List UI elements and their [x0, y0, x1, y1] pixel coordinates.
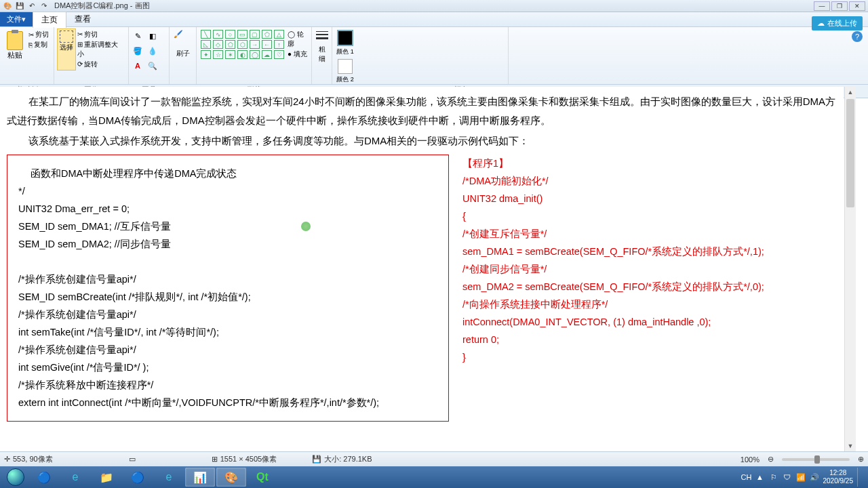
- shape-diamond[interactable]: ◇: [213, 40, 223, 49]
- paste-button[interactable]: 粘贴: [3, 28, 27, 70]
- shape-rtriangle[interactable]: ◺: [201, 40, 211, 49]
- resize-button[interactable]: ⊞ 重新调整大小: [77, 40, 124, 59]
- tray-icon-2[interactable]: ⚐: [769, 472, 778, 482]
- tray-icon-3[interactable]: 🛡: [783, 472, 792, 482]
- shape-star6[interactable]: ✶: [225, 50, 235, 59]
- color1-button[interactable]: 颜色 1: [335, 28, 355, 58]
- vertical-scrollbar[interactable]: ▲ ▼: [844, 87, 856, 451]
- task-browser[interactable]: e: [154, 468, 184, 487]
- pencil-tool[interactable]: ✎: [132, 30, 144, 42]
- zoom-in-button[interactable]: ⊕: [858, 455, 864, 464]
- color2-button[interactable]: 颜色 2: [335, 58, 355, 85]
- canvas[interactable]: 在某工厂的物流车间设计了一款智能监控系统，实现对车间24小时不间断的图像采集功能…: [0, 87, 844, 451]
- taskbar: 🔵 e 📁 🔵 e 📊 🎨 Qt CH ▲ ⚐ 🛡 📶 🔊 12:28 2020…: [0, 466, 868, 488]
- scroll-down-icon[interactable]: ▼: [845, 441, 856, 451]
- volume-icon[interactable]: 🔊: [810, 472, 819, 482]
- task-ie[interactable]: e: [60, 468, 90, 487]
- code-left: 函数和DMA中断处理程序中传递DMA完成状态 */ UNIT32 Dma_err…: [7, 155, 449, 422]
- shape-callout-o[interactable]: ◯: [250, 50, 260, 59]
- cut-button[interactable]: ✂ 剪切: [28, 30, 49, 39]
- ribbon: 粘贴 ✂ 剪切 ⎘ 复制 选择 ✂ 剪切 ⊞ 重新调整大小 ⟳ 旋转 ✎ 🪣 A…: [0, 27, 868, 85]
- app-icon: 🎨: [3, 1, 12, 11]
- picker-tool[interactable]: 💧: [146, 45, 159, 57]
- shape-pentagon[interactable]: ⬠: [225, 40, 235, 49]
- tray-icon-4[interactable]: 📶: [796, 472, 806, 482]
- fill-button[interactable]: ● 填充: [288, 49, 307, 59]
- shapes-group: ╲ ∿ ○ ▭ ▢ ⬠ △ ◺ ◇ ⬠ ⬡ → ← ↑ ✦ ☆ ✶ ◐ ◯ ☁: [197, 27, 312, 84]
- crop-button[interactable]: ✂ 剪切: [77, 30, 124, 39]
- show-desktop[interactable]: [857, 468, 863, 487]
- copy-button[interactable]: ⎘ 复制: [28, 40, 49, 49]
- windows-orb-icon: [7, 468, 24, 486]
- shape-callout-c[interactable]: ☁: [262, 50, 272, 59]
- shape-curve[interactable]: ∿: [213, 30, 223, 39]
- shape-roundrect[interactable]: ▢: [250, 30, 260, 39]
- statusbar: ✛ 553, 90像素 ▭ ⊞ 1551 × 4505像素 💾 大小: 279.…: [0, 451, 868, 466]
- file-size: 💾 大小: 279.1KB: [312, 454, 372, 464]
- help-button[interactable]: ?: [852, 31, 863, 42]
- title-text: DMA控制器C编程.png - 画图: [54, 1, 814, 11]
- zoom-level: 100%: [741, 455, 760, 464]
- text-tool[interactable]: A: [132, 60, 144, 72]
- close-button[interactable]: ✕: [849, 1, 865, 11]
- save-icon[interactable]: 💾: [15, 1, 24, 11]
- tools-group: ✎ 🪣 A ◧ 💧 🔍: [129, 27, 170, 84]
- select-icon: [60, 30, 73, 43]
- redo-icon[interactable]: ↷: [39, 1, 49, 11]
- scroll-thumb[interactable]: [846, 99, 854, 207]
- fill-tool[interactable]: 🪣: [132, 45, 144, 57]
- brush-group: 🖌️ 刷子: [170, 27, 197, 84]
- menubar: 文件 ▾ 主页 查看: [0, 12, 868, 27]
- clock[interactable]: 12:28 2020/9/25: [823, 469, 854, 485]
- shape-arrow-l[interactable]: ←: [262, 40, 272, 49]
- task-qt[interactable]: Qt: [248, 468, 277, 487]
- task-app2[interactable]: 🔵: [123, 468, 153, 487]
- scroll-up-icon[interactable]: ▲: [845, 87, 856, 98]
- minimize-button[interactable]: —: [814, 1, 830, 11]
- select-button[interactable]: 选择: [57, 28, 76, 70]
- upload-button[interactable]: ☁ 在线上传: [812, 16, 863, 30]
- zoom-out-button[interactable]: ⊖: [768, 455, 774, 464]
- shape-line[interactable]: ╲: [201, 30, 211, 39]
- start-button[interactable]: [3, 468, 28, 487]
- shape-hexagon[interactable]: ⬡: [237, 40, 248, 49]
- shape-star5[interactable]: ☆: [213, 50, 223, 59]
- color2-swatch: [338, 59, 353, 74]
- task-app3[interactable]: 📊: [185, 468, 215, 487]
- lang-icon[interactable]: CH: [742, 472, 751, 482]
- colors-group: 颜色 1 颜色 2 编辑颜色: [332, 27, 509, 84]
- outline-button[interactable]: ◯ 轮廓: [288, 30, 307, 49]
- task-paint[interactable]: 🎨: [216, 468, 246, 487]
- thickness-button[interactable]: [315, 30, 330, 45]
- shape-heart[interactable]: ♡: [274, 50, 284, 59]
- eraser-tool[interactable]: ◧: [146, 30, 159, 42]
- task-app1[interactable]: 🔵: [29, 468, 59, 487]
- maximize-button[interactable]: ❐: [831, 1, 848, 11]
- zoom-tool[interactable]: 🔍: [146, 60, 159, 72]
- zoom-slider[interactable]: [782, 458, 850, 461]
- shape-polygon[interactable]: ⬠: [262, 30, 272, 39]
- shape-arrow-r[interactable]: →: [250, 40, 260, 49]
- tab-view[interactable]: 查看: [66, 12, 99, 27]
- paste-icon: [7, 31, 23, 50]
- brush-icon[interactable]: 🖌️: [174, 30, 193, 49]
- shape-triangle[interactable]: △: [274, 30, 284, 39]
- titlebar: 🎨 💾 ↶ ↷ DMA控制器C编程.png - 画图 — ❐ ✕: [0, 0, 868, 12]
- rotate-button[interactable]: ⟳ 旋转: [77, 60, 124, 69]
- shape-arrow-u[interactable]: ↑: [274, 40, 284, 49]
- tab-home[interactable]: 主页: [33, 12, 66, 28]
- shape-callout-r[interactable]: ◐: [237, 50, 248, 59]
- paragraph-1: 在某工厂的物流车间设计了一款智能监控系统，实现对车间24小时不间断的图像采集功能…: [7, 92, 837, 130]
- paragraph-2: 该系统基于某嵌入式操作系统开发，支持中断管理，多任务调度等功能。与DMA相关的一…: [28, 131, 837, 150]
- shape-oval[interactable]: ○: [225, 30, 235, 39]
- shape-rect[interactable]: ▭: [237, 30, 248, 39]
- color1-swatch: [337, 30, 353, 46]
- thickness-group: 粗 细: [312, 27, 332, 84]
- file-menu[interactable]: 文件 ▾: [0, 12, 33, 26]
- code-right: 【程序1】 /*DMA功能初始化*/ UNIT32 dma_init() { /…: [462, 155, 764, 422]
- tray-icon-1[interactable]: ▲: [755, 472, 765, 482]
- undo-icon[interactable]: ↶: [27, 1, 37, 11]
- selection-size: ▭: [129, 455, 136, 464]
- shape-star4[interactable]: ✦: [201, 50, 211, 59]
- task-explorer[interactable]: 📁: [92, 468, 121, 487]
